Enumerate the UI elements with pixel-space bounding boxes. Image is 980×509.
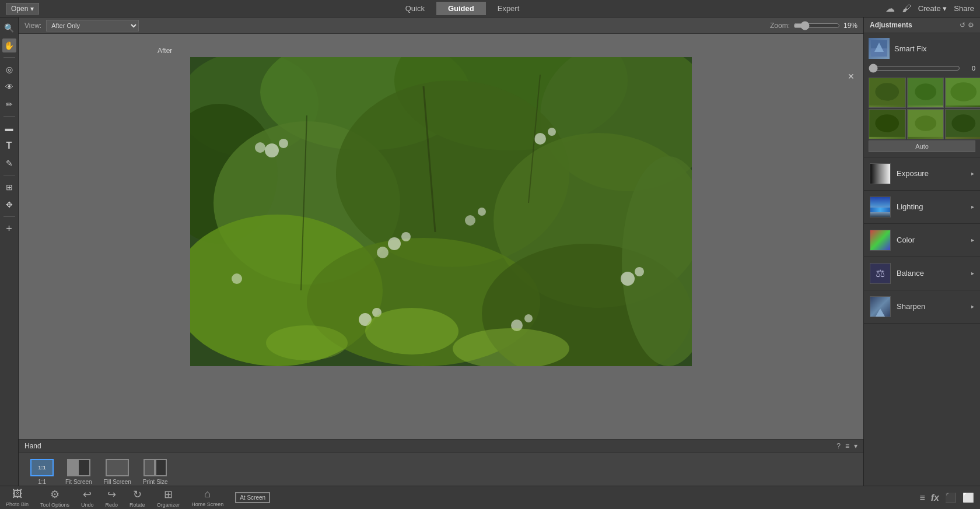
thumb-4[interactable] (869, 109, 906, 139)
svg-point-19 (534, 133, 546, 145)
color-icon (870, 230, 891, 251)
brush-tool[interactable]: ✏ (2, 97, 16, 111)
exposure-icon-visual (870, 163, 891, 184)
pencil-tool[interactable]: ✎ (2, 156, 16, 170)
zoom-tool[interactable]: 🔍 (2, 21, 16, 35)
organizer-button[interactable]: ⊞ Organizer (157, 488, 180, 508)
svg-point-23 (621, 272, 635, 286)
thumbnails-grid (869, 78, 975, 136)
view-option-fit[interactable]: Fit Screen (65, 459, 92, 485)
svg-point-40 (875, 83, 899, 101)
svg-point-17 (401, 232, 411, 241)
undo-label: Undo (81, 502, 94, 508)
bottom-bar: 🖼 Photo Bin ⚙ Tool Options ↩ Undo ↪ Redo… (0, 486, 980, 509)
view-option-print[interactable]: Print Size (143, 459, 168, 485)
tool-name-bar: Hand ? ≡ ▾ (19, 440, 863, 453)
svg-point-46 (875, 114, 899, 132)
zoom-percent: 19% (844, 22, 858, 30)
thumb-3[interactable] (945, 78, 980, 108)
tool-options-button[interactable]: ⚙ Tool Options (40, 488, 69, 508)
view-label-1-1: 1:1 (38, 479, 46, 485)
redo-button[interactable]: ↪ Redo (106, 488, 118, 508)
lighting-arrow: ▸ (971, 203, 974, 210)
rotate-label: Rotate (130, 502, 145, 508)
top-bar-left: Open ▾ (6, 3, 39, 15)
zoom-area: Zoom: 19% (770, 21, 858, 30)
eye-tool[interactable]: 👁 (2, 80, 16, 94)
zoom-slider[interactable] (793, 21, 840, 30)
hand-tool[interactable]: ✋ (2, 38, 16, 52)
eraser-tool[interactable]: ▬ (2, 121, 16, 135)
thumb-5[interactable] (907, 109, 944, 139)
sharpen-icon-visual (870, 296, 891, 317)
view-option-1-1[interactable]: 1:1 1:1 (30, 459, 54, 485)
smart-fix-slider[interactable] (869, 64, 960, 73)
smart-fix-value: 0 (964, 65, 975, 72)
thumb-6[interactable] (945, 109, 980, 139)
adj-reset-icon[interactable]: ↺ (960, 21, 965, 29)
color-arrow: ▸ (971, 237, 974, 243)
share-button[interactable]: Share (954, 4, 974, 13)
exposure-item[interactable]: Exposure ▸ (864, 157, 980, 191)
add-tool[interactable]: + (2, 222, 16, 236)
svg-point-42 (915, 83, 936, 100)
help-icon: ? (836, 442, 841, 450)
exposure-label: Exposure (897, 169, 929, 178)
smart-fix-svg (871, 40, 887, 57)
zoom-label: Zoom: (770, 22, 790, 30)
sharpen-item[interactable]: Sharpen ▸ (864, 290, 980, 324)
smart-fix-slider-row: 0 (869, 64, 975, 73)
tool-separator-3 (4, 175, 15, 175)
open-label: Open (11, 5, 28, 13)
svg-point-13 (265, 143, 279, 157)
svg-point-20 (548, 128, 556, 136)
color-item[interactable]: Color ▸ (864, 224, 980, 257)
organizer-label: Organizer (157, 502, 180, 508)
quick-select-tool[interactable]: ◎ (2, 62, 16, 76)
adjustments-bottom-icon[interactable]: ≡ (919, 493, 925, 503)
sharpen-label: Sharpen (897, 302, 925, 311)
thumb-1[interactable] (869, 78, 906, 108)
balance-arrow: ▸ (971, 270, 974, 276)
home-screen-button[interactable]: ⌂ Home Screen (191, 488, 223, 507)
crop-tool[interactable]: ⊞ (2, 180, 16, 194)
open-button[interactable]: Open ▾ (6, 3, 39, 15)
brush-icon: 🖌 (902, 3, 911, 14)
svg-point-22 (478, 208, 486, 216)
smart-fix-title: Smart Fix (894, 44, 927, 53)
text-tool[interactable]: T (2, 139, 16, 153)
balance-item[interactable]: ⚖ Balance ▸ (864, 257, 980, 290)
left-toolbar: 🔍 ✋ ◎ 👁 ✏ ▬ T ✎ ⊞ ✥ + (0, 17, 19, 509)
chevron-icon: ▾ (854, 442, 858, 450)
auto-button[interactable]: Auto (869, 141, 975, 152)
effects-bottom-icon[interactable]: fx (931, 493, 939, 503)
tab-expert[interactable]: Expert (486, 2, 531, 15)
at-screen-button[interactable]: At Screen (235, 492, 270, 503)
top-bar-right: ☁ 🖌 Create ▾ Share (886, 3, 974, 14)
textures-bottom-icon[interactable]: ⬛ (945, 492, 957, 503)
lighting-item[interactable]: Lighting ▸ (864, 191, 980, 224)
at-screen-label: At Screen (240, 494, 265, 501)
close-button[interactable]: ✕ (848, 72, 855, 81)
lighting-label: Lighting (897, 202, 923, 211)
tab-quick[interactable]: Quick (394, 2, 436, 15)
adj-settings-icon[interactable]: ⚙ (968, 21, 974, 29)
photo-bin-label: Photo Bin (6, 501, 29, 507)
canvas-area: After ✕ (19, 34, 863, 439)
view-option-fill[interactable]: Fill Screen (104, 459, 131, 485)
tab-guided[interactable]: Guided (436, 2, 486, 15)
rotate-button[interactable]: ↻ Rotate (130, 488, 145, 508)
undo-button[interactable]: ↩ Undo (81, 488, 94, 508)
move-tool[interactable]: ✥ (2, 198, 16, 212)
create-button[interactable]: Create ▾ (918, 4, 947, 13)
thumb-2[interactable] (907, 78, 944, 108)
more-bottom-icon[interactable]: ⬜ (963, 492, 974, 503)
svg-point-44 (950, 82, 977, 101)
view-select[interactable]: Before Only After Only Before & After - … (46, 20, 139, 31)
svg-point-48 (915, 115, 936, 131)
tool-name-label: Hand (24, 442, 41, 450)
svg-point-21 (465, 215, 475, 226)
photo-bin-button[interactable]: 🖼 Photo Bin (6, 488, 29, 507)
rotate-icon: ↻ (133, 488, 142, 501)
right-panel: Adjustments ↺ ⚙ Smart Fix 0 (863, 17, 980, 509)
